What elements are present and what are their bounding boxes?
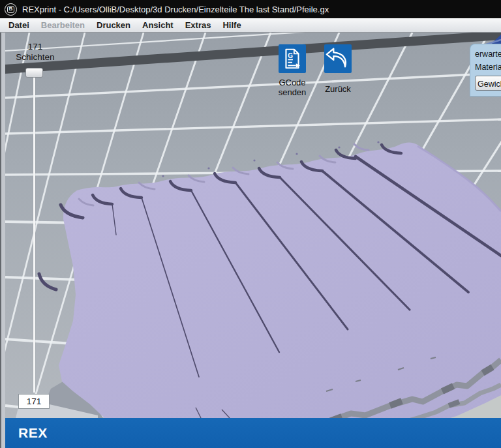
- layer-value-box[interactable]: 171: [18, 394, 50, 409]
- window-frame-left: [0, 33, 5, 448]
- gcode-send-button[interactable]: G: [279, 44, 306, 73]
- print-info-panel: erwarte Materia Gewich: [470, 44, 501, 97]
- undo-arrow-icon: [324, 44, 352, 73]
- menu-item-drucken[interactable]: Drucken: [91, 20, 136, 30]
- footer-bar: REX: [5, 418, 501, 448]
- svg-text:G: G: [288, 52, 293, 59]
- menu-item-ansicht[interactable]: Ansicht: [136, 20, 179, 30]
- layer-slider-track[interactable]: [33, 78, 35, 393]
- menu-item-hilfe[interactable]: Hilfe: [217, 20, 247, 30]
- window-title: REXprint - C:/Users/OlliB/Desktop/3d Dru…: [22, 5, 329, 14]
- menu-item-bearbeiten[interactable]: Bearbeiten: [35, 20, 91, 30]
- rexprint-window: B REXprint - C:/Users/OlliB/Desktop/3d D…: [0, 0, 501, 448]
- info-row-expected: erwarte: [475, 50, 501, 59]
- layer-unit: Schichten: [10, 52, 60, 63]
- menu-item-extras[interactable]: Extras: [179, 20, 217, 30]
- layer-count: 171: [10, 42, 60, 52]
- back-label: Zurück: [318, 84, 358, 94]
- layer-slider-label: 171 Schichten: [10, 42, 60, 62]
- layer-slider-handle[interactable]: [25, 68, 43, 78]
- title-bar: B REXprint - C:/Users/OlliB/Desktop/3d D…: [0, 0, 501, 18]
- menu-bar: Datei Bearbeiten Drucken Ansicht Extras …: [0, 18, 501, 33]
- brand-text: REX: [18, 425, 48, 441]
- info-row-material: Materia: [475, 63, 501, 72]
- back-button[interactable]: [324, 44, 352, 73]
- gcode-document-icon: G: [279, 44, 306, 73]
- weight-button[interactable]: Gewich: [475, 76, 501, 91]
- menu-item-datei[interactable]: Datei: [3, 20, 35, 30]
- gcode-send-label: GCode senden: [271, 78, 314, 98]
- rexprint-logo-icon: B: [5, 3, 17, 16]
- 3d-viewport[interactable]: [5, 33, 501, 418]
